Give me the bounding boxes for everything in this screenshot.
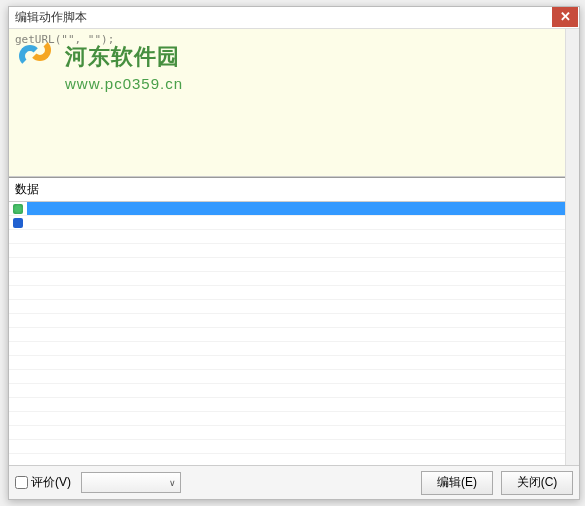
list-item[interactable] bbox=[9, 398, 579, 412]
list-item[interactable] bbox=[9, 440, 579, 454]
close-button-label: 关闭(C) bbox=[517, 474, 558, 491]
row-content bbox=[27, 216, 575, 229]
scrollbar[interactable] bbox=[565, 29, 579, 465]
dropdown-select[interactable]: ∨ bbox=[81, 472, 181, 493]
evaluate-checkbox-wrap[interactable]: 评价(V) bbox=[15, 474, 71, 491]
list-item[interactable] bbox=[9, 286, 579, 300]
list-item[interactable] bbox=[9, 244, 579, 258]
list-item[interactable] bbox=[9, 258, 579, 272]
data-list[interactable] bbox=[9, 202, 579, 466]
list-item[interactable] bbox=[9, 230, 579, 244]
list-item[interactable] bbox=[9, 328, 579, 342]
edit-button[interactable]: 编辑(E) bbox=[421, 471, 493, 495]
list-item[interactable] bbox=[9, 356, 579, 370]
close-icon[interactable]: ✕ bbox=[552, 7, 578, 27]
list-item[interactable] bbox=[9, 426, 579, 440]
row-marker-icon bbox=[13, 218, 23, 228]
evaluate-label: 评价(V) bbox=[31, 474, 71, 491]
watermark-title: 河东软件园 bbox=[65, 42, 180, 72]
list-item[interactable] bbox=[9, 216, 579, 230]
list-item[interactable] bbox=[9, 370, 579, 384]
window-title: 编辑动作脚本 bbox=[15, 9, 87, 26]
watermark-url: www.pc0359.cn bbox=[65, 75, 183, 92]
evaluate-checkbox[interactable] bbox=[15, 476, 28, 489]
list-item[interactable] bbox=[9, 342, 579, 356]
list-item[interactable] bbox=[9, 412, 579, 426]
edit-button-label: 编辑(E) bbox=[437, 474, 477, 491]
code-line: getURL("", ""); bbox=[15, 33, 573, 46]
close-button[interactable]: 关闭(C) bbox=[501, 471, 573, 495]
list-item[interactable] bbox=[9, 384, 579, 398]
list-item[interactable] bbox=[9, 272, 579, 286]
data-section: 数据 bbox=[9, 177, 579, 466]
titlebar: 编辑动作脚本 ✕ bbox=[9, 7, 579, 29]
row-marker-icon bbox=[13, 204, 23, 214]
code-editor[interactable]: getURL("", ""); 河东软件园 www.pc0359.cn bbox=[9, 29, 579, 177]
list-item[interactable] bbox=[9, 314, 579, 328]
dialog-window: 编辑动作脚本 ✕ getURL("", ""); 河东软件园 www.pc035… bbox=[8, 6, 580, 500]
chevron-down-icon: ∨ bbox=[169, 478, 176, 488]
list-item[interactable] bbox=[9, 300, 579, 314]
row-content bbox=[27, 202, 575, 215]
data-header: 数据 bbox=[9, 178, 579, 202]
list-item[interactable] bbox=[9, 202, 579, 216]
bottom-toolbar: 评价(V) ∨ 编辑(E) 关闭(C) bbox=[9, 465, 579, 499]
